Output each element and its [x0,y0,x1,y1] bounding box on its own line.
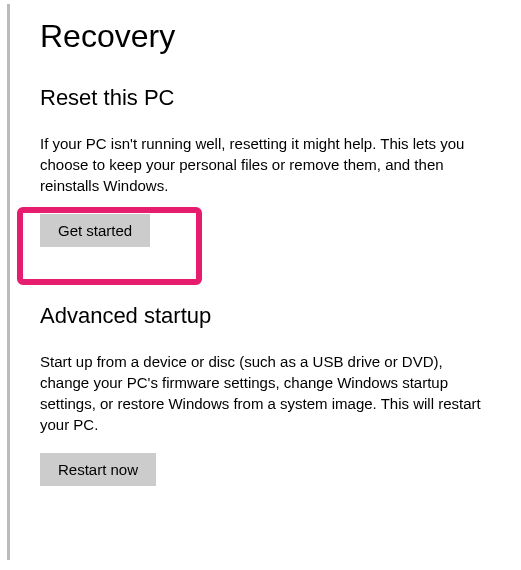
page-title: Recovery [40,18,501,55]
advanced-startup-description: Start up from a device or disc (such as … [40,351,485,435]
section-reset-this-pc: Reset this PC If your PC isn't running w… [40,85,501,247]
section-advanced-startup: Advanced startup Start up from a device … [40,303,501,486]
advanced-startup-title: Advanced startup [40,303,501,329]
scrollbar-track [7,4,10,560]
restart-now-button[interactable]: Restart now [40,453,156,486]
reset-pc-description: If your PC isn't running well, resetting… [40,133,485,196]
settings-content: Recovery Reset this PC If your PC isn't … [0,0,521,562]
get-started-button[interactable]: Get started [40,214,150,247]
reset-pc-title: Reset this PC [40,85,501,111]
